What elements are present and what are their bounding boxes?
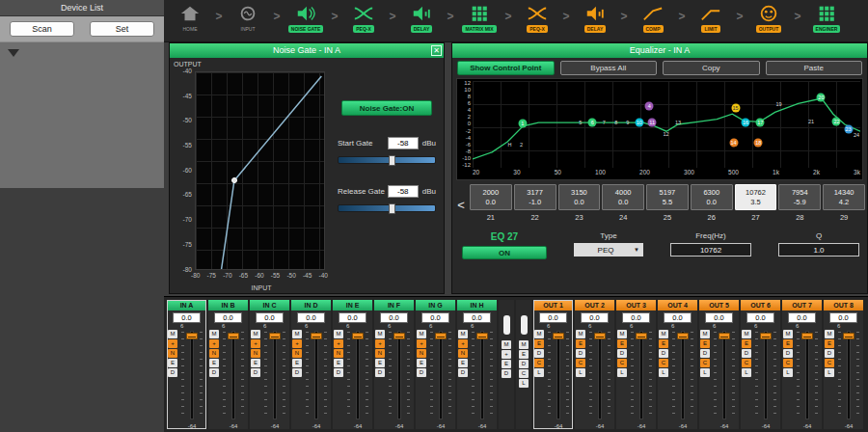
channel-btn-d-out-1[interactable]: D <box>534 349 544 358</box>
fader-out-6[interactable]: 6-64 <box>752 324 779 428</box>
channel-btn-m-out-5[interactable]: M <box>700 330 710 338</box>
channel-btn-n-in-c[interactable]: N <box>251 349 260 358</box>
fader-track[interactable] <box>764 331 768 419</box>
channel-label-out-4[interactable]: OUT 4 <box>658 300 697 310</box>
fader-in-c[interactable]: 6-64 <box>261 324 288 428</box>
channel-label-out-5[interactable]: OUT 5 <box>699 300 739 310</box>
copy-button[interactable]: Copy <box>663 61 760 75</box>
fader-out-5[interactable]: 6-64 <box>711 324 738 428</box>
start-gate-slider[interactable] <box>338 156 436 164</box>
fader-handle-in-h[interactable] <box>476 333 488 339</box>
fader-track[interactable] <box>480 331 484 419</box>
channel-btn-d-master-out[interactable]: D <box>519 360 529 368</box>
channel-gain-value-in-b[interactable]: 0.0 <box>214 312 242 323</box>
channel-btn-d-in-f[interactable]: D <box>375 368 385 377</box>
channel-gain-value-out-5[interactable]: 0.0 <box>705 312 733 323</box>
show-control-point-button[interactable]: Show Control Point <box>457 61 555 75</box>
eq-point-4[interactable]: 4 <box>645 102 654 111</box>
channel-btn-l-out-7[interactable]: L <box>783 368 793 377</box>
channel-btn-d-in-g[interactable]: D <box>417 368 426 377</box>
paste-button[interactable]: Paste <box>766 61 863 75</box>
fader-handle-in-g[interactable] <box>435 333 447 339</box>
channel-label-in-a[interactable]: IN A <box>167 300 206 310</box>
start-gate-slider-handle[interactable] <box>389 155 395 166</box>
eq-point-14[interactable]: 14 <box>729 138 738 147</box>
fader-track[interactable] <box>231 331 235 419</box>
channel-btn-m-in-g[interactable]: M <box>417 330 426 338</box>
channel-btn-c-out-6[interactable]: C <box>742 359 751 367</box>
fader-in-f[interactable]: 6-64 <box>386 324 413 428</box>
channel-btn-m-out-1[interactable]: M <box>534 330 544 338</box>
channel-btn-m-in-h[interactable]: M <box>458 330 468 338</box>
fader-handle-in-b[interactable] <box>228 333 239 339</box>
fader-handle-in-e[interactable] <box>352 333 364 339</box>
channel-label-out-2[interactable]: OUT 2 <box>575 300 614 310</box>
channel-btn-m-in-a[interactable]: M <box>168 330 177 338</box>
eq-point-17[interactable]: 17 <box>756 119 765 127</box>
channel-gain-value-out-8[interactable]: 0.0 <box>829 312 857 323</box>
fader-out-4[interactable]: 6-64 <box>669 324 696 428</box>
channel-btn-d-in-d[interactable]: D <box>292 368 302 377</box>
channel-btn-e-in-g[interactable]: E <box>417 359 426 367</box>
eq-band-27[interactable]: 107623.527 <box>735 184 777 222</box>
fader-track[interactable] <box>356 331 360 419</box>
channel-btn-e-master-in[interactable]: E <box>502 360 511 368</box>
eq-point-24[interactable]: 24 <box>852 130 860 139</box>
channel-btn-l-out-6[interactable]: L <box>742 368 751 377</box>
fader-track[interactable] <box>598 331 602 419</box>
eq-point-13[interactable]: 13 <box>674 119 683 127</box>
channel-btn-d-out-7[interactable]: D <box>783 349 793 358</box>
channel-btn-n-in-b[interactable]: N <box>209 349 219 358</box>
channel-btn-e-in-h[interactable]: E <box>458 359 468 367</box>
fader-in-d[interactable]: 6-64 <box>303 324 330 428</box>
channel-btn-c-out-4[interactable]: C <box>659 359 668 367</box>
release-gate-slider[interactable] <box>338 204 436 212</box>
eq-point-12[interactable]: 12 <box>662 129 670 138</box>
channel-btn-m-in-b[interactable]: M <box>209 330 219 338</box>
channel-btn-e-out-7[interactable]: E <box>783 339 793 348</box>
chain-item-output[interactable]: OUTPUT <box>745 3 793 33</box>
bypass-all-button[interactable]: Bypass All <box>560 61 658 75</box>
eq-band-26[interactable]: 63000.026 <box>691 184 733 222</box>
channel-label-out-8[interactable]: OUT 8 <box>824 300 863 310</box>
channel-btn-c-out-5[interactable]: C <box>700 359 710 367</box>
fader-in-a[interactable]: 6-64 <box>178 324 205 428</box>
fader-track[interactable] <box>314 331 318 419</box>
eq-point-20[interactable]: 20 <box>817 94 826 102</box>
fader-track[interactable] <box>639 331 643 419</box>
fader-in-g[interactable]: 6-64 <box>427 324 454 428</box>
eq-plot-area[interactable]: 1H2567891011412131516171418192021222324 <box>473 81 860 168</box>
channel-btn-plus-in-d[interactable]: + <box>292 339 302 348</box>
channel-btn-l-out-5[interactable]: L <box>700 368 710 377</box>
channel-gain-value-out-7[interactable]: 0.0 <box>788 312 816 323</box>
channel-gain-value-out-1[interactable]: 0.0 <box>539 312 567 323</box>
fader-handle-in-c[interactable] <box>269 333 281 339</box>
channel-btn-c-master-out[interactable]: C <box>519 369 529 378</box>
channel-btn-plus-in-b[interactable]: + <box>209 339 219 348</box>
fader-handle-out-4[interactable] <box>677 333 689 339</box>
channel-btn-l-out-8[interactable]: L <box>825 368 834 377</box>
eq-point-23[interactable]: 23 <box>844 124 853 133</box>
close-icon[interactable]: ✕ <box>431 45 442 56</box>
eq-band-23[interactable]: 31500.023 <box>558 184 601 222</box>
channel-btn-l-out-3[interactable]: L <box>617 368 627 377</box>
channel-gain-value-in-g[interactable]: 0.0 <box>421 312 449 323</box>
fader-handle-out-3[interactable] <box>636 333 647 339</box>
channel-gain-value-in-h[interactable]: 0.0 <box>463 312 491 323</box>
channel-btn-e-in-e[interactable]: E <box>334 359 343 367</box>
channel-btn-e-in-c[interactable]: E <box>251 359 260 367</box>
chain-item-peq-x[interactable]: PEQ-X <box>513 3 561 33</box>
fader-track[interactable] <box>847 331 851 419</box>
noise-gate-on-button[interactable]: Noise Gate:ON <box>341 100 432 116</box>
channel-btn-d-master-in[interactable]: D <box>502 369 511 378</box>
channel-btn-n-in-f[interactable]: N <box>375 349 385 358</box>
channel-btn-e-in-f[interactable]: E <box>375 359 385 367</box>
eq-band-29[interactable]: 143404.229 <box>823 184 865 222</box>
channel-btn-e-out-3[interactable]: E <box>617 339 627 348</box>
noise-gate-title-bar[interactable]: Noise Gate - IN A ✕ <box>170 43 444 58</box>
channel-btn-n-in-g[interactable]: N <box>417 349 426 358</box>
gate-plot-area[interactable] <box>195 71 325 270</box>
channel-gain-value-in-a[interactable]: 0.0 <box>173 312 201 323</box>
channel-btn-c-out-3[interactable]: C <box>617 359 627 367</box>
eq-point-10[interactable]: 10 <box>635 119 643 127</box>
